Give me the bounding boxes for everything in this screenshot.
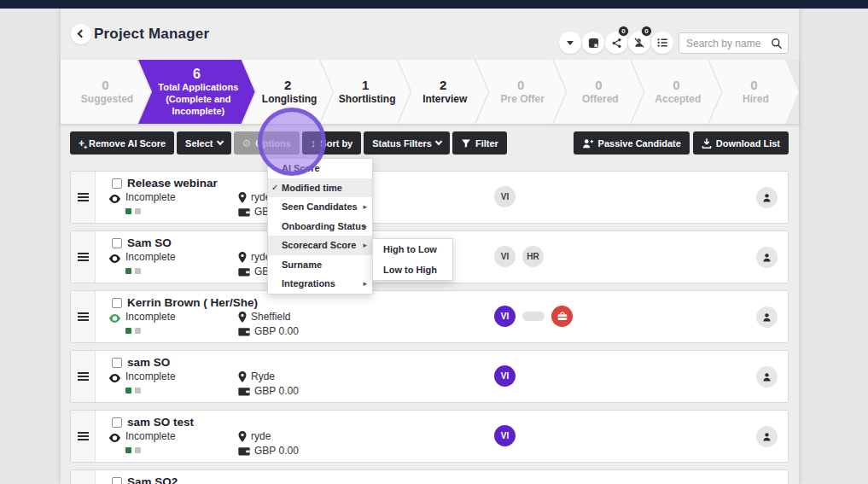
stage-count: 6 <box>193 66 201 82</box>
rejected-status-badge[interactable] <box>551 306 573 327</box>
stage-label: Suggested <box>66 93 145 106</box>
progress-steps <box>125 447 141 453</box>
select-button[interactable]: Select <box>177 131 230 155</box>
row-drag-handle[interactable] <box>71 351 96 402</box>
rating-pill <box>522 312 545 321</box>
wallet-icon <box>238 207 250 217</box>
avatar[interactable] <box>756 247 778 268</box>
menu-icon <box>78 435 89 437</box>
candidate-row[interactable]: Kerrin Brown ( Her/She) Incomplete Sheff… <box>70 290 789 343</box>
candidate-checkbox[interactable] <box>112 298 122 308</box>
initials-badge[interactable]: HR <box>522 246 544 267</box>
menu-item-seen-candidates[interactable]: Seen Candidates▸ <box>268 197 372 217</box>
stage-label: Hired <box>727 93 781 106</box>
list-icon <box>657 38 668 48</box>
candidate-checkbox[interactable] <box>112 238 122 248</box>
progress-step <box>125 268 131 274</box>
avatar[interactable] <box>756 187 778 208</box>
candidate-row[interactable]: sam SO Incomplete Ryde GBP 0.00 VI <box>70 350 789 403</box>
initials-badge[interactable]: VI <box>494 306 516 327</box>
stage-label: Pre Offer <box>486 93 556 106</box>
menu-item-modified-time[interactable]: ✓Modified time <box>268 178 372 198</box>
stage-suggested[interactable]: 0 Suggested <box>61 60 150 124</box>
stage-label: Longlisting <box>247 93 329 106</box>
row-drag-handle[interactable] <box>71 172 96 223</box>
candidate-name[interactable]: Kerrin Brown ( Her/She) <box>127 296 258 309</box>
badge-group: VI <box>494 306 573 327</box>
eye-icon <box>108 192 121 207</box>
candidate-salary: GBP 0.00 <box>238 385 299 397</box>
candidate-row[interactable]: sam SO test Incomplete ryde GBP 0.00 VI <box>70 410 789 463</box>
pipeline-funnel: 0 Suggested 6 Total Applications (Comple… <box>61 60 799 124</box>
row-drag-handle[interactable] <box>71 291 96 342</box>
initials-badge[interactable]: VI <box>494 246 516 267</box>
menu-item-label: Onboarding Status <box>282 221 366 231</box>
stage-offered[interactable]: 0 Offered <box>554 60 644 124</box>
candidate-row[interactable]: Sam SO2 <box>70 469 789 484</box>
select-label: Select <box>185 138 213 149</box>
menu-item-integrations[interactable]: Integrations▸ <box>268 274 372 294</box>
menu-item-label: Seen Candidates <box>282 201 358 212</box>
person-icon <box>761 252 772 263</box>
progress-steps <box>125 268 141 274</box>
options-button[interactable]: ⚙ Options <box>234 131 300 155</box>
submenu-item-low-to-high[interactable]: Low to High <box>373 259 452 280</box>
menu-item-label: Modified time <box>282 183 342 193</box>
initials-badge[interactable]: VI <box>494 425 516 446</box>
candidate-checkbox[interactable] <box>112 417 122 428</box>
board-view-button[interactable] <box>582 32 604 54</box>
candidate-name[interactable]: sam SO test <box>127 416 194 429</box>
badge-group: VI <box>494 425 516 446</box>
row-drag-handle[interactable] <box>71 470 96 484</box>
stage-hired[interactable]: 0 Hired <box>709 60 799 124</box>
filter-button[interactable]: Filter <box>452 131 507 155</box>
candidate-row[interactable]: Release webinar Incomplete ryde GBP 0.00… <box>70 171 789 224</box>
remove-ai-score-button[interactable]: +✦ Remove AI Score <box>70 131 174 155</box>
menu-item-scorecard-score[interactable]: Scorecard Score▸ <box>268 236 372 255</box>
back-button[interactable] <box>71 24 91 44</box>
candidate-checkbox[interactable] <box>112 358 122 368</box>
initials-badge[interactable]: VI <box>494 186 516 207</box>
menu-item-ai-score[interactable]: AI Score <box>268 159 372 178</box>
stage-pre-offer[interactable]: 0 Pre Offer <box>476 60 566 124</box>
submenu-item-high-to-low[interactable]: High to Low <box>373 239 452 259</box>
menu-item-surname[interactable]: Surname <box>268 255 372 275</box>
stage-count: 0 <box>750 78 757 93</box>
submenu-arrow-icon: ▸ <box>363 222 367 230</box>
candidate-name[interactable]: Release webinar <box>127 177 218 190</box>
avatar[interactable] <box>756 366 778 388</box>
stage-label: Total Applications (Complete and Incompl… <box>138 82 255 117</box>
stage-accepted[interactable]: 0 Accepted <box>632 60 721 124</box>
list-view-button[interactable] <box>651 32 673 54</box>
avatar[interactable] <box>756 306 778 328</box>
row-drag-handle[interactable] <box>71 411 96 462</box>
project-menu-button[interactable] <box>559 32 581 54</box>
candidate-name[interactable]: Sam SO <box>127 236 172 249</box>
candidate-checkbox[interactable] <box>112 477 122 484</box>
search-icon[interactable] <box>770 37 784 54</box>
stage-interview[interactable]: 2 Interview <box>399 60 488 124</box>
initials-badge[interactable]: VI <box>494 365 516 387</box>
candidate-checkbox[interactable] <box>112 178 122 189</box>
stage-total-applications[interactable]: 6 Total Applications (Complete and Incom… <box>138 60 255 124</box>
eye-icon <box>108 371 121 387</box>
avatar[interactable] <box>756 426 778 447</box>
progress-steps <box>125 208 141 214</box>
candidate-location: ryde <box>238 430 271 442</box>
status-filters-label: Status Filters <box>372 138 432 149</box>
stage-shortlisting[interactable]: 1 Shortlisting <box>321 60 411 124</box>
search-input[interactable] <box>686 33 767 53</box>
candidate-name[interactable]: sam SO <box>127 356 170 369</box>
candidate-name[interactable]: Sam SO2 <box>127 475 178 484</box>
application-status: Incomplete <box>125 311 176 323</box>
menu-item-onboarding-status[interactable]: Onboarding Status▸ <box>268 217 372 236</box>
sort-by-button[interactable]: ↕ Sort by <box>302 131 361 155</box>
row-drag-handle[interactable] <box>71 231 96 283</box>
passive-candidate-button[interactable]: Passive Candidate <box>574 131 690 155</box>
download-list-button[interactable]: Download List <box>693 131 789 155</box>
stage-longlisting[interactable]: 2 Longlisting <box>243 60 333 124</box>
briefcase-icon <box>557 312 568 321</box>
stage-label: Offered <box>567 93 631 106</box>
menu-item-label: Integrations <box>282 278 335 289</box>
status-filters-button[interactable]: Status Filters <box>364 131 450 155</box>
